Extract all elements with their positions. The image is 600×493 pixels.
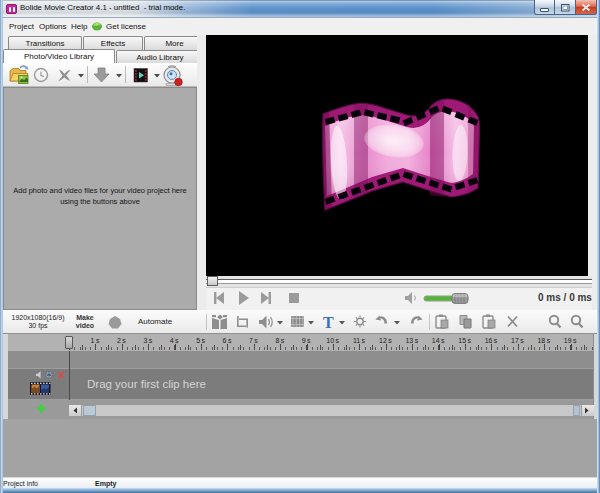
svg-text:T: T <box>323 314 334 331</box>
